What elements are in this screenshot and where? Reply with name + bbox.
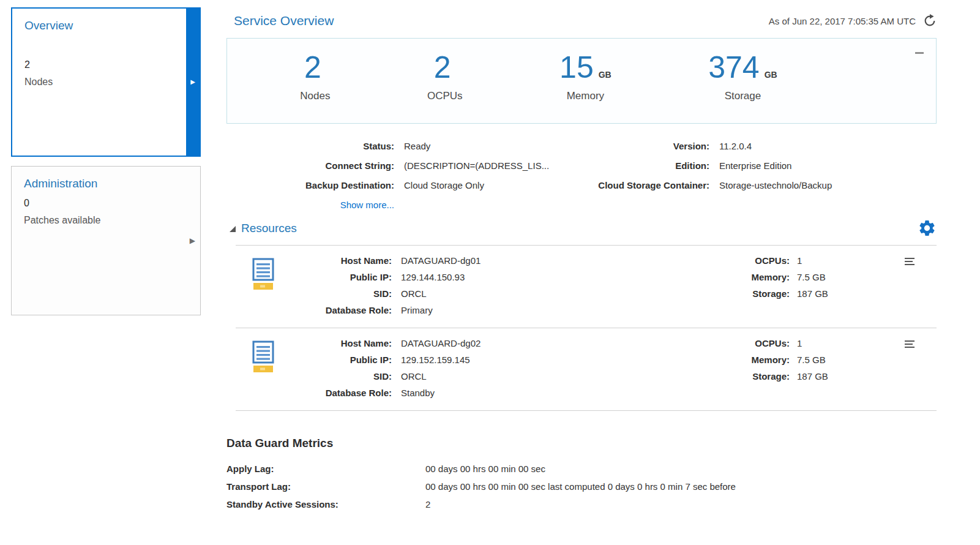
metric-nodes: 2 Nodes [300, 52, 330, 102]
summary-metrics-panel: 2 Nodes 2 OCPUs 15 GB [226, 38, 937, 124]
memory-label: Memory: [735, 272, 790, 282]
overview-card-body: Overview 2 Nodes [12, 9, 200, 98]
collapse-triangle-icon[interactable] [229, 225, 236, 233]
ocpus-value: 1 [797, 338, 870, 348]
resource-row-dg01: Host Name: DATAGUARD-dg01 Public IP: 129… [236, 246, 937, 328]
ocpus-label: OCPUs: [735, 255, 790, 266]
metric-ocpus-label: OCPUs [427, 90, 463, 102]
as-of-timestamp: As of Jun 22, 2017 7:05:35 AM UTC [769, 16, 916, 26]
storage-value: 187 GB [797, 371, 870, 382]
connect-string-value: (DESCRIPTION=(ADDRESS_LIS... [404, 160, 568, 171]
administration-card-title: Administration [24, 177, 188, 190]
storage-value: 187 GB [797, 288, 870, 299]
host-name-value: DATAGUARD-dg02 [401, 338, 481, 348]
server-icon [236, 338, 291, 372]
resources-table: Host Name: DATAGUARD-dg01 Public IP: 129… [236, 245, 937, 411]
edition-label: Edition: [578, 160, 709, 171]
administration-card-body: Administration 0 Patches available [12, 167, 200, 236]
resources-section: Resources [226, 219, 937, 411]
service-details: Status: Ready Version: 11.2.0.4 Connect … [226, 141, 937, 210]
version-label: Version: [578, 141, 709, 151]
refresh-icon[interactable] [923, 14, 937, 28]
resource-row-left-fields: Host Name: DATAGUARD-dg01 Public IP: 129… [291, 255, 481, 315]
resources-header: Resources [226, 219, 937, 238]
public-ip-label: Public IP: [291, 355, 392, 365]
transport-lag-value: 00 days 00 hrs 00 min 00 sec last comput… [425, 481, 937, 492]
sidebar-card-administration[interactable]: Administration 0 Patches available ▶ [11, 166, 201, 315]
metric-memory: 15 GB Memory [559, 52, 612, 102]
overview-count-label: Nodes [24, 77, 187, 88]
main-content: Service Overview As of Jun 22, 2017 7:05… [208, 0, 980, 545]
sid-label: SID: [291, 371, 392, 382]
metrics-row: 2 Nodes 2 OCPUs 15 GB [227, 39, 936, 102]
memory-value: 7.5 GB [797, 272, 870, 282]
sid-value: ORCL [401, 288, 481, 299]
overview-expand-bar[interactable]: ▶ [186, 9, 200, 156]
administration-count: 0 [24, 198, 188, 209]
data-guard-metrics-section: Data Guard Metrics Apply Lag: 00 days 00… [226, 437, 937, 509]
server-icon [236, 255, 291, 290]
metric-memory-label: Memory [559, 90, 612, 102]
minimize-icon[interactable] [915, 52, 924, 54]
show-more-link[interactable]: Show more... [234, 200, 394, 210]
metric-nodes-value: 2 [304, 52, 321, 83]
status-value: Ready [404, 141, 568, 151]
metric-memory-unit: GB [599, 70, 612, 80]
main-header: Service Overview As of Jun 22, 2017 7:05… [226, 7, 937, 38]
storage-label: Storage: [735, 371, 790, 382]
resources-title: Resources [241, 222, 297, 235]
page-title: Service Overview [234, 13, 334, 28]
metric-storage-unit: GB [765, 70, 777, 80]
host-name-label: Host Name: [291, 255, 392, 266]
metric-ocpus-value: 2 [434, 52, 451, 83]
metric-storage-value: 374 [708, 52, 759, 83]
ocpus-value: 1 [797, 255, 870, 266]
standby-active-sessions-value: 2 [425, 499, 937, 509]
cloud-storage-container-label: Cloud Storage Container: [578, 180, 709, 190]
backup-destination-label: Backup Destination: [234, 180, 394, 190]
data-guard-metrics-rows: Apply Lag: 00 days 00 hrs 00 min 00 sec … [226, 464, 937, 509]
overview-count: 2 [24, 59, 187, 70]
row-menu-icon[interactable] [905, 340, 916, 348]
resource-row-right-fields: OCPUs: 1 Memory: 7.5 GB Storage: 187 GB [735, 338, 870, 382]
chevron-right-icon: ▶ [190, 79, 195, 85]
public-ip-label: Public IP: [291, 272, 392, 282]
apply-lag-label: Apply Lag: [226, 464, 425, 474]
metric-ocpus: 2 OCPUs [427, 52, 463, 102]
apply-lag-value: 00 days 00 hrs 00 min 00 sec [425, 464, 937, 474]
overview-card-title: Overview [24, 19, 187, 32]
sidebar-card-overview[interactable]: Overview 2 Nodes ▶ [11, 7, 201, 157]
transport-lag-label: Transport Lag: [226, 481, 425, 492]
metric-nodes-label: Nodes [300, 90, 330, 102]
resource-row-left-fields: Host Name: DATAGUARD-dg02 Public IP: 129… [291, 338, 481, 398]
host-name-value: DATAGUARD-dg01 [401, 255, 481, 266]
ocpus-label: OCPUs: [735, 338, 790, 348]
status-label: Status: [234, 141, 394, 151]
data-guard-metrics-title: Data Guard Metrics [226, 437, 937, 450]
sidebar: Overview 2 Nodes ▶ Administration 0 Patc… [0, 0, 208, 545]
standby-active-sessions-label: Standby Active Sessions: [226, 499, 425, 509]
row-menu-icon[interactable] [905, 258, 916, 265]
database-role-value: Standby [401, 388, 481, 398]
metric-storage: 374 GB Storage [708, 52, 777, 102]
connect-string-label: Connect String: [234, 160, 394, 171]
database-role-label: Database Role: [291, 388, 392, 398]
public-ip-value: 129.144.150.93 [401, 272, 481, 282]
memory-value: 7.5 GB [797, 355, 870, 365]
resource-row-right-fields: OCPUs: 1 Memory: 7.5 GB Storage: 187 GB [735, 255, 870, 299]
backup-destination-value: Cloud Storage Only [404, 180, 568, 190]
as-of-area: As of Jun 22, 2017 7:05:35 AM UTC [769, 14, 937, 28]
administration-count-label: Patches available [24, 215, 188, 226]
version-value: 11.2.0.4 [719, 141, 937, 151]
page: Overview 2 Nodes ▶ Administration 0 Patc… [0, 0, 980, 545]
chevron-right-icon[interactable]: ▶ [190, 237, 195, 244]
public-ip-value: 129.152.159.145 [401, 355, 481, 365]
gear-icon[interactable] [918, 219, 937, 238]
host-name-label: Host Name: [291, 338, 392, 348]
metric-storage-label: Storage [708, 90, 777, 102]
database-role-label: Database Role: [291, 305, 392, 315]
metric-memory-value: 15 [559, 52, 594, 83]
database-role-value: Primary [401, 305, 481, 315]
storage-label: Storage: [735, 288, 790, 299]
resource-row-dg02: Host Name: DATAGUARD-dg02 Public IP: 129… [236, 328, 937, 411]
